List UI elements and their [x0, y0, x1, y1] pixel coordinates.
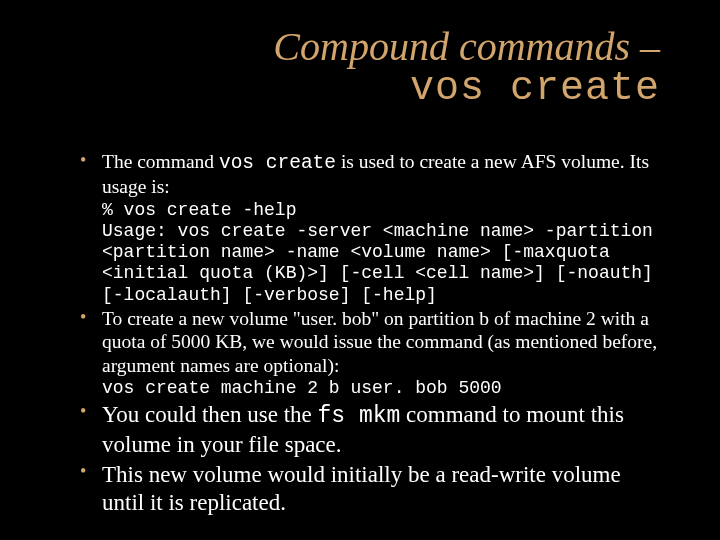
bullet-3: You could then use the fs mkm command to…: [80, 401, 660, 459]
bullet-1-code: % vos create -help Usage: vos create -se…: [102, 200, 660, 306]
bullet-2: To create a new volume "user. bob" on pa…: [80, 307, 660, 399]
slide-title: Compound commands – vos create: [50, 26, 680, 110]
slide: Compound commands – vos create The comma…: [0, 0, 720, 540]
title-line-1: Compound commands –: [50, 26, 660, 68]
bullet-4-text: This new volume would initially be a rea…: [102, 462, 621, 515]
bullet-list: The command vos create is used to create…: [50, 150, 680, 517]
title-line-2: vos create: [50, 68, 660, 110]
bullet-2-code: vos create machine 2 b user. bob 5000: [102, 378, 660, 399]
bullet-1-pre: The command: [102, 151, 219, 172]
bullet-3-pre: You could then use the: [102, 402, 318, 427]
bullet-1: The command vos create is used to create…: [80, 150, 660, 306]
bullet-4: This new volume would initially be a rea…: [80, 461, 660, 518]
bullet-2-text: To create a new volume "user. bob" on pa…: [102, 308, 657, 376]
bullet-1-cmd: vos create: [219, 152, 336, 174]
bullet-3-cmd: fs mkm: [318, 403, 401, 429]
